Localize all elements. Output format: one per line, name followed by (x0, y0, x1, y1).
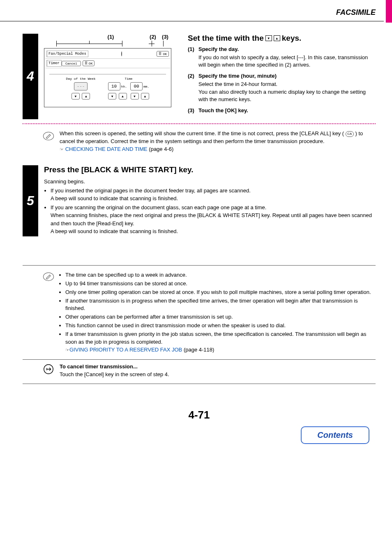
min-up-button[interactable]: ▲ (141, 93, 149, 99)
dashed-separator (23, 123, 376, 124)
footnote-text-1: When this screen is opened, the setting … (60, 130, 346, 136)
svg-point-1 (43, 273, 53, 281)
step-5-b2a: If you are scanning the original on the … (51, 204, 266, 210)
note-item-7: If a timer transmission is given priorit… (65, 331, 376, 354)
clear-all-icon: CA (346, 131, 354, 137)
step-5-title: Press the [BLACK & WHITE START] key. (44, 165, 376, 174)
callout-leaders (44, 41, 180, 46)
lcd-title-1: Fax/Special Modes (46, 51, 88, 57)
lcd-ok-label: OK (89, 62, 93, 65)
pointer-icon-2: ☞ (65, 347, 69, 352)
note-item-5: Other operations can be performed after … (65, 313, 376, 321)
clock-icon (121, 51, 122, 56)
page-number: 4-71 (23, 409, 376, 421)
callout-1: (1) (75, 34, 147, 40)
lcd-hour-value[interactable]: 10 (108, 82, 120, 90)
cancel-note-head: To cancel timer transmission... (60, 363, 376, 371)
hour-down-button[interactable]: ▼ (108, 93, 116, 99)
note-item-4: If another transmission is in progress w… (65, 297, 376, 313)
instr-2-head: Specify the time (hour, minute) (198, 73, 376, 79)
instr-2-body: Select the time in 24-hour format. You c… (198, 81, 376, 103)
priority-link[interactable]: GIVING PRIORITY TO A RESERVED FAX JOB (69, 347, 182, 353)
step-5-b1a: If you inserted the original pages in th… (51, 187, 251, 194)
lcd-cancel[interactable]: Cancel (62, 61, 81, 66)
note-item-7-text: If a timer transmission is given priorit… (65, 331, 366, 345)
day-down-button[interactable]: ▼ (71, 93, 80, 99)
callout-2: (2) (147, 34, 159, 40)
lcd-panel: Fax/Special Modes OK Timer Cancel OK (44, 48, 171, 107)
pencil-note-icon-2 (42, 271, 55, 283)
title-up-icon: ▲ (274, 35, 280, 41)
footnote-page: (page 4-6) (148, 146, 174, 152)
page-header: FACSIMILE (0, 0, 392, 21)
step-5-number: 5 (23, 165, 38, 236)
step-4-title-pre: Set the time with the (188, 34, 264, 43)
step-5-b2c: A beep will sound to indicate that scann… (51, 228, 178, 234)
instr-1-head: Specify the day. (198, 46, 376, 52)
step-5-bullet-2: If you are scanning the original on the … (51, 204, 376, 236)
notes-top-rule (23, 265, 376, 266)
instr-2-num: (2) (188, 73, 198, 103)
section-color-tab (386, 0, 392, 23)
note-item-3: Only one timer polling operation can be … (65, 289, 376, 296)
step-4-title-post: keys. (282, 34, 302, 43)
instr-1-num: (1) (188, 46, 198, 69)
pencil-note-icon (42, 130, 55, 142)
callout-3: (3) (159, 34, 171, 40)
lcd-day-label: Day of the Week (66, 77, 96, 81)
note-item-1: The time can be specified up to a week i… (65, 271, 376, 279)
checking-date-link[interactable]: CHECKING THE DATE AND TIME (65, 146, 148, 152)
lcd-day-value[interactable]: --- (74, 82, 88, 90)
lcd-time-label: Time (108, 77, 150, 81)
note-item-7-page: (page 4-118) (182, 347, 214, 353)
notes-mid-rule (23, 359, 376, 360)
step-5-sub: Scanning begins. (44, 178, 376, 186)
note-item-2: Up to 94 timer transmissions can be stor… (65, 280, 376, 288)
hour-suffix: hh. (120, 85, 127, 88)
lcd-ok-top-label: OK (163, 52, 167, 56)
instr-1-body: If you do not wish to specify a day, sel… (198, 54, 376, 69)
step-5-bullet-1: If you inserted the original pages in th… (51, 187, 376, 203)
instr-3-num: (3) (188, 107, 198, 115)
lcd-min-value[interactable]: 00 (130, 82, 143, 90)
lcd-ok[interactable]: OK (83, 60, 95, 66)
lcd-title-2: Timer (46, 60, 62, 67)
instr-3-head: Touch the [OK] key. (198, 107, 376, 113)
contents-button[interactable]: Contents (301, 426, 369, 444)
min-suffix: mm. (143, 85, 149, 88)
lcd-ok-top[interactable]: OK (157, 51, 169, 57)
cancel-note-icon (42, 363, 55, 375)
svg-point-0 (43, 132, 53, 140)
title-down-icon: ▼ (265, 35, 272, 41)
notes-bottom-rule (23, 384, 376, 384)
cancel-note-body: Touch the [Cancel] key in the screen of … (60, 371, 376, 379)
min-down-button[interactable]: ▼ (131, 93, 139, 99)
hour-up-button[interactable]: ▲ (119, 93, 127, 99)
note-item-6: This function cannot be used in direct t… (65, 322, 376, 330)
step-5-b1b: A beep will sound to indicate that scann… (51, 195, 178, 201)
day-up-button[interactable]: ▲ (82, 93, 90, 99)
pointer-icon: ☞ (60, 147, 64, 152)
step-4-title: Set the time with the ▼ ▲ keys. (188, 34, 376, 43)
step-4-footnote: When this screen is opened, the setting … (60, 130, 376, 153)
step-5-b2b: When scanning finishes, place the next o… (51, 212, 372, 227)
step-4-number: 4 (23, 34, 38, 119)
